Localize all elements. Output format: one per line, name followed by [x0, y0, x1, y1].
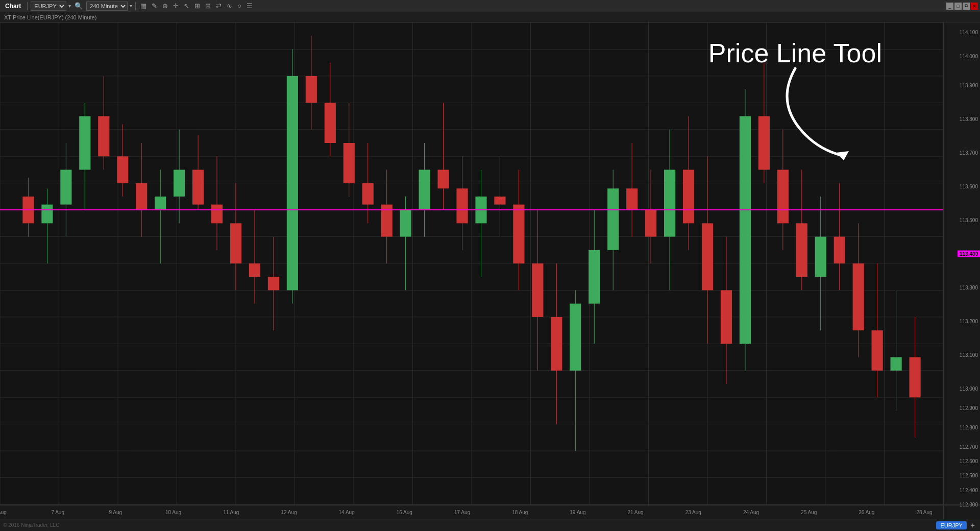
pointer-icon[interactable]: ↖	[182, 3, 191, 9]
time-label-25-Aug: 25 Aug	[801, 510, 817, 515]
price-level-112700: 112.700	[960, 444, 978, 449]
compare-icon[interactable]: ⊟	[204, 3, 212, 9]
bottom-area: 5 Aug7 Aug9 Aug10 Aug11 Aug12 Aug14 Aug1…	[0, 504, 980, 519]
price-level-112900: 112.900	[960, 405, 978, 411]
minimize-button[interactable]: _	[946, 3, 953, 10]
search-icon[interactable]: 🔍	[73, 3, 84, 9]
dropdown-arrow-icon: ▾	[68, 3, 71, 9]
price-line-axis-label: 113.400	[958, 251, 980, 257]
time-label-12-Aug: 12 Aug	[281, 510, 297, 515]
chart-title-text: XT Price Line(EURJPY) (240 Minute)	[4, 14, 96, 20]
crosshair-icon[interactable]: ✛	[172, 3, 180, 9]
chart-canvas-area[interactable]: Price Line Tool	[0, 22, 943, 504]
footer: © 2016 NinjaTrader, LLC EURJPY +	[0, 519, 980, 531]
price-level-112500: 112.500	[960, 473, 978, 478]
symbol-selector[interactable]: EURJPY	[31, 2, 66, 11]
price-level-112600: 112.600	[960, 458, 978, 464]
tab-eurjpy[interactable]: EURJPY	[936, 521, 966, 529]
time-label-9-Aug: 9 Aug	[109, 510, 122, 515]
price-level-113000: 113.000	[960, 386, 978, 392]
circle-icon[interactable]: ○	[236, 3, 243, 9]
price-level-113500: 113.500	[960, 218, 978, 223]
time-label-26-Aug: 26 Aug	[859, 510, 874, 515]
add-tab-button[interactable]: +	[969, 521, 977, 529]
time-label-28-Aug: 28 Aug	[916, 510, 932, 515]
template-icon[interactable]: ⊞	[193, 3, 202, 9]
bar-chart-icon[interactable]: ▦	[139, 3, 148, 9]
timeframe-dropdown-icon: ▾	[130, 3, 132, 9]
menu-icon[interactable]: ☰	[245, 3, 254, 9]
price-level-114100: 114.100	[960, 29, 978, 35]
toolbar: Chart EURJPY ▾ 🔍 240 Minute 1 Minute 5 M…	[0, 0, 980, 12]
chart-menu[interactable]: Chart	[2, 3, 24, 10]
price-axis: 114.100114.000113.900113.800113.700113.6…	[943, 22, 980, 504]
time-axis: 5 Aug7 Aug9 Aug10 Aug11 Aug12 Aug14 Aug1…	[0, 505, 943, 519]
price-level-112400: 112.400	[960, 487, 978, 493]
time-label-14-Aug: 14 Aug	[339, 510, 355, 515]
price-level-112300: 112.300	[960, 502, 978, 508]
price-level-113800: 113.800	[960, 116, 978, 122]
maximize-button[interactable]: □	[954, 3, 962, 10]
time-label-5-Aug: 5 Aug	[0, 510, 7, 515]
time-label-7-Aug: 7 Aug	[51, 510, 64, 515]
price-level-113100: 113.100	[960, 352, 978, 358]
time-label-19-Aug: 19 Aug	[570, 510, 585, 515]
time-label-18-Aug: 18 Aug	[512, 510, 528, 515]
wave-icon[interactable]: ∿	[225, 3, 234, 9]
time-label-23-Aug: 23 Aug	[685, 510, 701, 515]
time-label-10-Aug: 10 Aug	[165, 510, 181, 515]
chart-title-bar: XT Price Line(EURJPY) (240 Minute)	[0, 12, 980, 22]
pencil-icon[interactable]: ✎	[150, 3, 159, 9]
price-level-113300: 113.300	[960, 285, 978, 291]
price-level-113900: 113.900	[960, 82, 978, 88]
price-level-113700: 113.700	[960, 150, 978, 155]
time-label-16-Aug: 16 Aug	[397, 510, 412, 515]
price-level-113200: 113.200	[960, 319, 978, 324]
timeframe-selector[interactable]: 240 Minute 1 Minute 5 Minute 15 Minute 6…	[86, 2, 128, 11]
copyright-text: © 2016 NinjaTrader, LLC	[3, 522, 59, 528]
restore-button[interactable]: ⧉	[963, 3, 970, 10]
time-label-21-Aug: 21 Aug	[628, 510, 644, 515]
price-level-113600: 113.600	[960, 183, 978, 189]
magnify-icon[interactable]: ⊕	[161, 3, 169, 9]
price-level-112800: 112.800	[960, 424, 978, 430]
window-controls: _ □ ⧉ ✕	[946, 3, 978, 10]
price-level-114000: 114.000	[960, 54, 978, 59]
candlestick-chart	[0, 22, 943, 504]
time-label-11-Aug: 11 Aug	[223, 510, 239, 515]
close-button[interactable]: ✕	[971, 3, 978, 10]
toolbar-separator	[27, 2, 28, 10]
time-label-17-Aug: 17 Aug	[454, 510, 470, 515]
sep2	[135, 2, 136, 10]
sync-icon[interactable]: ⇄	[214, 3, 223, 9]
main-area: Price Line Tool 114.100114.000113.900113…	[0, 22, 980, 504]
time-label-24-Aug: 24 Aug	[743, 510, 759, 515]
